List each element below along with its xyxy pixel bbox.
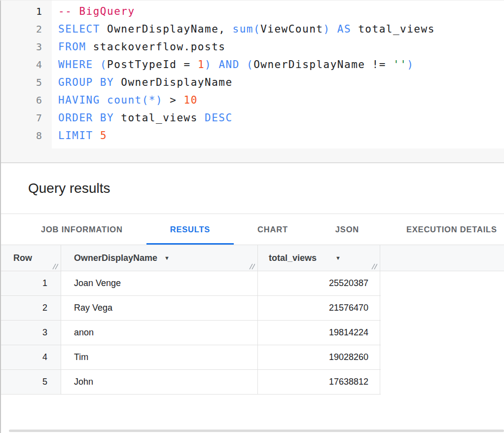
tab-results[interactable]: RESULTS	[146, 214, 234, 245]
line-number: 8	[0, 127, 42, 144]
cell-row-number: 1	[0, 271, 61, 295]
results-table-header: Row OwnerDisplayName ▼ total_views ▼	[0, 245, 504, 271]
line-number: 7	[0, 109, 42, 127]
tab-label: CHART	[257, 225, 288, 234]
cell-row-number: 3	[0, 321, 61, 345]
code-line: 6 HAVING count(*) > 10	[0, 91, 504, 109]
code-line: 5 GROUP BY OwnerDisplayName	[0, 73, 504, 91]
tab-chart[interactable]: CHART	[234, 214, 312, 245]
results-table-body: 1 Joan Venge 25520387 2 Ray Vega 2157647…	[0, 271, 381, 395]
column-header-owner-label: OwnerDisplayName	[74, 253, 157, 263]
code-line: 7 ORDER BY total_views DESC	[0, 109, 504, 127]
code-line: 1 -- BigQuery	[0, 2, 504, 20]
code-text: WHERE (PostTypeId = 1) AND (OwnerDisplay…	[58, 56, 414, 73]
cell-total-views: 25520387	[258, 271, 380, 295]
cell-row-number: 2	[0, 296, 61, 320]
table-row: 3 anon 19814224	[0, 321, 381, 345]
query-results-header: Query results	[0, 163, 504, 214]
bigquery-results-panel: { "colors": { "accent": "#1a73e8", "keyw…	[0, 0, 504, 433]
line-number: 1	[0, 2, 42, 20]
cell-owner-display-name: Tim	[61, 345, 258, 369]
line-number: 5	[0, 73, 42, 91]
cell-owner-display-name: Ray Vega	[61, 296, 258, 320]
cell-row-number: 4	[0, 345, 61, 369]
cell-owner-display-name: anon	[61, 321, 258, 345]
tab-job-information[interactable]: JOB INFORMATION	[17, 214, 146, 245]
column-header-row: Row	[0, 245, 61, 271]
code-line: 4 WHERE (PostTypeId = 1) AND (OwnerDispl…	[0, 56, 504, 73]
cell-total-views: 19814224	[258, 321, 380, 345]
column-header-views-label: total_views	[269, 253, 317, 263]
cell-total-views: 19028260	[258, 345, 380, 369]
cell-owner-display-name: John	[61, 370, 258, 394]
table-row: 2 Ray Vega 21576470	[0, 296, 381, 321]
table-row: 1 Joan Venge 25520387	[0, 271, 381, 296]
code-text: LIMIT 5	[58, 127, 107, 144]
column-resize-handle-icon[interactable]	[248, 262, 255, 268]
horizontal-scrollbar[interactable]	[9, 430, 504, 432]
code-line: 2 SELECT OwnerDisplayName, sum(ViewCount…	[0, 20, 504, 38]
column-header-row-label: Row	[13, 253, 32, 263]
cell-owner-display-name: Joan Venge	[61, 271, 258, 295]
code-text: ORDER BY total_views DESC	[58, 109, 233, 127]
sort-dropdown-icon[interactable]: ▼	[164, 255, 170, 261]
cell-total-views: 17638812	[258, 370, 380, 394]
column-resize-handle-icon[interactable]	[51, 262, 58, 268]
tab-label: JOB INFORMATION	[41, 225, 123, 234]
cell-total-views: 21576470	[258, 296, 380, 320]
code-line: 3 FROM stackoverflow.posts	[0, 38, 504, 56]
tab-bar: JOB INFORMATION RESULTS CHART JSON EXECU…	[0, 214, 504, 245]
table-row: 4 Tim 19028260	[0, 345, 381, 370]
table-row: 5 John 17638812	[0, 370, 381, 395]
line-number: 3	[0, 38, 42, 56]
column-resize-handle-icon[interactable]	[370, 262, 377, 268]
panel-left-border	[0, 0, 1, 433]
code-lines: 1 -- BigQuery 2 SELECT OwnerDisplayName,…	[0, 2, 504, 144]
line-number: 4	[0, 56, 42, 73]
column-header-owner-display-name[interactable]: OwnerDisplayName ▼	[61, 245, 258, 271]
code-line: 8 LIMIT 5	[0, 127, 504, 144]
line-number: 2	[0, 20, 42, 38]
tab-execution-details[interactable]: EXECUTION DETAILS	[383, 214, 504, 245]
editor-scrollbar-track[interactable]	[1, 148, 504, 162]
line-number: 6	[0, 91, 42, 109]
column-header-total-views[interactable]: total_views ▼	[258, 245, 380, 271]
code-text: FROM stackoverflow.posts	[58, 38, 225, 56]
column-header-filler	[380, 245, 504, 271]
page-title: Query results	[28, 180, 110, 196]
tab-label: JSON	[335, 225, 359, 234]
code-text: SELECT OwnerDisplayName, sum(ViewCount) …	[58, 20, 435, 38]
sort-dropdown-icon[interactable]: ▼	[335, 255, 341, 261]
tab-label: EXECUTION DETAILS	[406, 225, 497, 234]
code-text: GROUP BY OwnerDisplayName	[58, 73, 233, 91]
sql-editor[interactable]: 1 -- BigQuery 2 SELECT OwnerDisplayName,…	[0, 0, 504, 163]
tab-json[interactable]: JSON	[312, 214, 383, 245]
cell-row-number: 5	[0, 370, 61, 394]
code-text: -- BigQuery	[58, 2, 135, 20]
tab-label: RESULTS	[170, 225, 210, 234]
code-text: HAVING count(*) > 10	[58, 91, 198, 109]
